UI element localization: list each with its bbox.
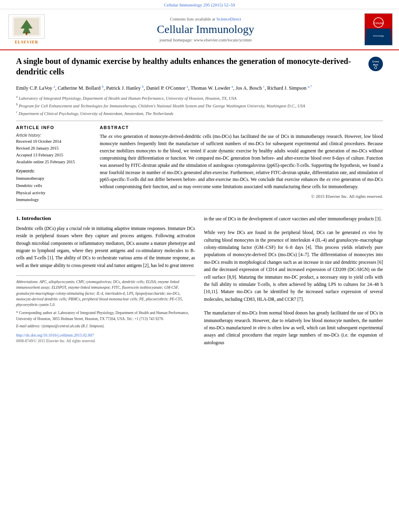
abstract-text: The ex vivo generation of monocyte-deriv… <box>100 133 383 191</box>
affiliation-c: c Department of Clinical Psychology, Uni… <box>16 110 383 117</box>
section-divider-1 <box>16 209 383 210</box>
available-date: Available online 25 February 2015 <box>16 159 93 165</box>
crossmark-icon: Cross Mark <box>368 57 383 71</box>
keywords-list: Immunotherapy Dendritic cells Physical a… <box>16 175 93 203</box>
journal-ref-text: Cellular Immunology 295 (2015) 52–59 <box>164 2 235 7</box>
homepage-line: journal homepage: www.elsevier.com/locat… <box>51 37 360 42</box>
right-para-1: in the use of DCs in the development of … <box>204 215 383 222</box>
keywords-label: Keywords: <box>16 169 93 173</box>
journal-title: Cellular Immunology <box>51 23 360 36</box>
info-abstract-section: ARTICLE INFO Article history: Received 1… <box>16 125 383 203</box>
accepted-date: Accepted 13 February 2015 <box>16 152 93 158</box>
article-info-col: ARTICLE INFO Article history: Received 1… <box>16 125 93 203</box>
article-title-section: A single bout of dynamic exercise by hea… <box>16 56 383 81</box>
corresponding-author-footnote: * Corresponding author at: Laboratory of… <box>16 310 195 322</box>
abstract-col: ABSTRACT The ex vivo generation of monoc… <box>100 125 383 203</box>
copyright-line: © 2015 Elsevier Inc. All rights reserved… <box>100 194 383 199</box>
right-para-2: While very few DCs are found in the peri… <box>204 229 383 303</box>
body-left-col: 1. Introduction Dendritic cells (DCs) pl… <box>16 215 195 346</box>
elsevier-logo-box <box>8 14 45 39</box>
keyword-dendritic: Dendritic cells <box>16 182 93 189</box>
keyword-physical: Physical activity <box>16 189 93 197</box>
doi-link[interactable]: http://dx.doi.org/10.1016/j.cellimm.2015… <box>16 333 195 337</box>
keyword-immunology: Immunology <box>16 196 93 203</box>
affiliation-b: b Program for Cell Enhancement and Techn… <box>16 102 383 109</box>
received-date: Received 10 October 2014 <box>16 138 93 145</box>
crossmark-badge: Cross Mark <box>368 57 383 71</box>
crossmark-svg: Cross Mark <box>368 57 383 71</box>
svg-text:Cross: Cross <box>372 60 379 63</box>
keyword-immunotherapy: Immunotherapy <box>16 175 93 182</box>
sciencedirect-link[interactable]: ScienceDirect <box>216 16 241 21</box>
body-right-col: in the use of DCs in the development of … <box>204 215 383 346</box>
journal-header-middle: Contents lists available at ScienceDirec… <box>51 16 360 42</box>
intro-paragraph: Dendritic cells (DCs) play a crucial rol… <box>16 225 195 269</box>
journal-header: ELSEVIER Contents lists available at Sci… <box>0 9 399 50</box>
journal-thumbnail: Cellular Immunology <box>364 13 393 45</box>
body-two-col: 1. Introduction Dendritic cells (DCs) pl… <box>16 215 383 346</box>
svg-text:Mark: Mark <box>373 64 379 66</box>
journal-reference-bar: Cellular Immunology 295 (2015) 52–59 <box>0 0 399 9</box>
article-title: A single bout of dynamic exercise by hea… <box>16 56 364 77</box>
footer-copyright: 0008-8749/© 2015 Elsevier Inc. All right… <box>16 339 195 343</box>
article-info-heading: ARTICLE INFO <box>16 125 93 130</box>
affiliation-a: a Laboratory of Integrated Physiology, D… <box>16 94 383 101</box>
thumbnail-inner: Cellular Immunology <box>365 14 392 45</box>
svg-text:Cellular: Cellular <box>374 22 383 25</box>
divider-1 <box>16 121 383 121</box>
intro-heading: 1. Introduction <box>16 215 195 222</box>
authors-line: Emily C.P. LaVoy a, Catherine M. Bollard… <box>16 84 383 92</box>
elsevier-wordmark: ELSEVIER <box>15 40 39 44</box>
svg-rect-3 <box>26 32 27 35</box>
elsevier-tree-svg <box>12 16 41 37</box>
revised-date: Revised 26 January 2015 <box>16 145 93 152</box>
email-footnote: E-mail address: rjsimpso@central.uh.edu … <box>16 323 195 329</box>
elsevier-logo: ELSEVIER <box>6 14 47 44</box>
thumbnail-svg: Cellular Immunology <box>366 14 391 45</box>
abbreviations-footnote: Abbreviations: APC, allophycocyanin; CMV… <box>16 279 195 308</box>
abstract-heading: ABSTRACT <box>100 125 383 130</box>
svg-text:Immunology: Immunology <box>373 35 384 37</box>
keywords-section: Keywords: Immunotherapy Dendritic cells … <box>16 169 93 203</box>
footnotes-section: Abbreviations: APC, allophycocyanin; CMV… <box>16 275 195 329</box>
sciencedirect-line: Contents lists available at ScienceDirec… <box>51 16 360 21</box>
main-content: A single bout of dynamic exercise by hea… <box>0 50 399 352</box>
history-label: Article history: <box>16 133 93 138</box>
right-para-3: The manufacture of mo-DCs from normal bl… <box>204 309 383 346</box>
